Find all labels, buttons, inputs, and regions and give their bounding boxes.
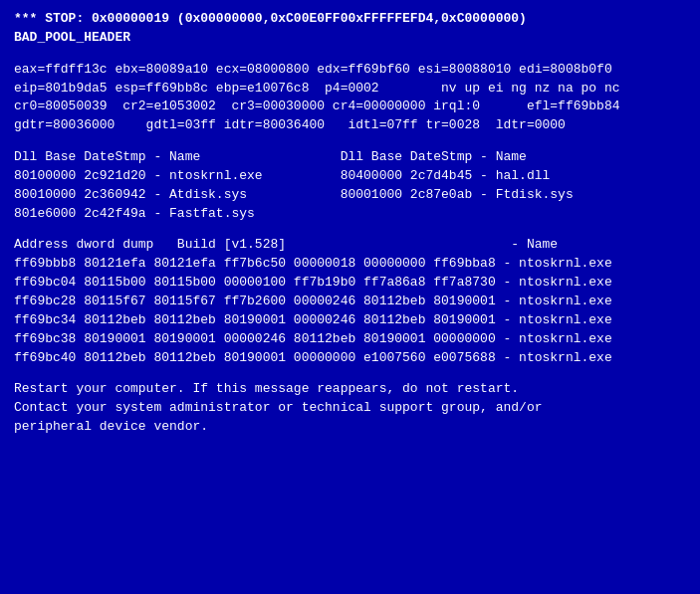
bsod-line-13: Address dword dump Build [v1.528] - Name — [14, 236, 686, 255]
bsod-line-20 — [14, 367, 686, 380]
bsod-line-6: gdtr=80036000 gdtl=03ff idtr=80036400 id… — [14, 116, 686, 135]
bsod-line-21: Restart your computer. If this message r… — [14, 380, 686, 399]
bsod-line-15: ff69bc04 80115b00 80115b00 00000100 ff7b… — [14, 274, 686, 293]
bsod-line-4: eip=801b9da5 esp=ff69bb8c ebp=e10076c8 p… — [14, 80, 686, 99]
bsod-line-11: 801e6000 2c42f49a - Fastfat.sys — [14, 205, 686, 224]
bsod-line-9: 80100000 2c921d20 - ntoskrnl.exe 8040000… — [14, 167, 686, 186]
bsod-line-7 — [14, 135, 686, 148]
bsod-line-1: BAD_POOL_HEADER — [14, 29, 686, 48]
bsod-line-10: 80010000 2c360942 - Atdisk.sys 80001000 … — [14, 186, 686, 205]
bsod-content: *** STOP: 0x00000019 (0x00000000,0xC00E0… — [14, 10, 686, 437]
bsod-screen: *** STOP: 0x00000019 (0x00000000,0xC00E0… — [0, 0, 700, 594]
bsod-line-14: ff69bbb8 80121efa 80121efa ff7b6c50 0000… — [14, 255, 686, 274]
bsod-line-0: *** STOP: 0x00000019 (0x00000000,0xC00E0… — [14, 10, 686, 29]
bsod-line-23: peripheral device vendor. — [14, 418, 686, 437]
bsod-line-16: ff69bc28 80115f67 80115f67 ff7b2600 0000… — [14, 293, 686, 311]
bsod-line-22: Contact your system administrator or tec… — [14, 399, 686, 418]
bsod-line-12 — [14, 223, 686, 236]
bsod-line-19: ff69bc40 80112beb 80112beb 80190001 0000… — [14, 349, 686, 368]
bsod-line-5: cr0=80050039 cr2=e1053002 cr3=00030000 c… — [14, 98, 686, 116]
bsod-line-2 — [14, 48, 686, 61]
bsod-line-18: ff69bc38 80190001 80190001 00000246 8011… — [14, 330, 686, 349]
bsod-line-3: eax=ffdff13c ebx=80089a10 ecx=08000800 e… — [14, 61, 686, 80]
bsod-line-8: Dll Base DateStmp - Name Dll Base DateSt… — [14, 148, 686, 167]
bsod-line-17: ff69bc34 80112beb 80112beb 80190001 0000… — [14, 311, 686, 330]
